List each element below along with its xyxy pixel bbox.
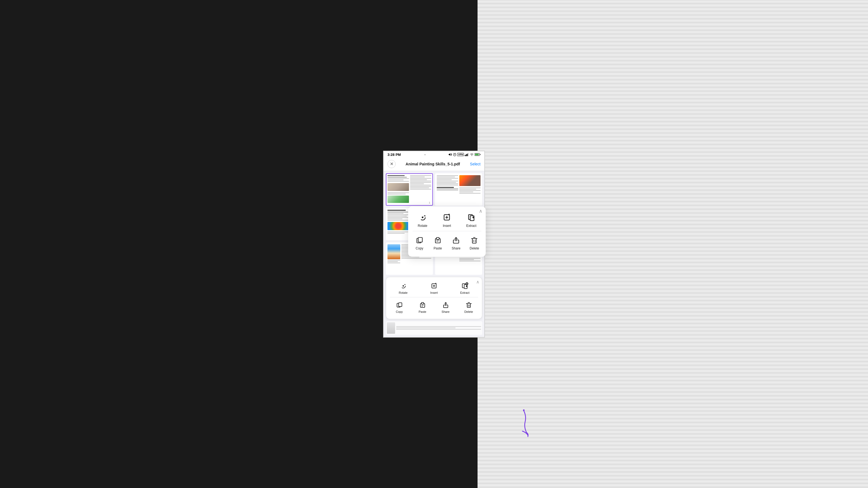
lower-rotate-label: Rotate xyxy=(399,291,407,294)
lower-paste-label: Paste xyxy=(418,310,426,313)
lower-menu-collapse[interactable]: ∧ xyxy=(476,280,479,284)
svg-marker-0 xyxy=(449,153,450,156)
upper-rotate-item[interactable]: Rotate xyxy=(413,210,432,230)
vpn-icon: VPN xyxy=(457,153,464,156)
lower-copy-item[interactable]: Copy xyxy=(392,299,407,315)
alarm-icon xyxy=(453,153,456,156)
upper-menu-row1: Rotate Insert xyxy=(410,210,484,230)
svg-rect-7 xyxy=(466,154,467,156)
sound-icon xyxy=(448,153,452,156)
nav-title: Animal Painting Skills_5-1.pdf xyxy=(398,162,468,166)
lower-extract-label: Extract xyxy=(460,291,469,294)
share-icon xyxy=(452,235,461,245)
lower-copy-label: Copy xyxy=(396,310,403,313)
rotate-label: Rotate xyxy=(418,224,427,228)
upper-extract-item[interactable]: Extract xyxy=(462,210,481,230)
pdf-grid: 1 xyxy=(384,171,484,277)
lower-insert-item[interactable]: Insert xyxy=(425,281,443,296)
upper-delete-item[interactable]: Delete xyxy=(467,233,482,253)
insert-label: Insert xyxy=(443,224,451,228)
svg-rect-6 xyxy=(465,155,466,156)
svg-rect-11 xyxy=(480,154,480,155)
copy-label: Copy xyxy=(416,247,424,250)
lower-rotate-icon xyxy=(399,282,407,290)
status-time: 3:28 PM xyxy=(388,153,401,157)
copy-icon xyxy=(415,235,424,245)
svg-rect-50 xyxy=(422,302,424,304)
delete-label: Delete xyxy=(470,247,479,250)
upper-action-menu: ∧ Rotate xyxy=(408,206,486,257)
lower-extract-item[interactable]: Extract xyxy=(455,281,474,296)
lower-paste-icon xyxy=(419,301,426,309)
phone-device: 3:28 PM • VPN xyxy=(384,151,484,337)
lower-copy-icon xyxy=(396,301,403,309)
upper-copy-item[interactable]: Copy xyxy=(412,233,427,253)
upper-paste-item[interactable]: Paste xyxy=(430,233,445,253)
svg-rect-8 xyxy=(467,154,468,156)
paste-icon xyxy=(433,235,442,245)
lower-delete-label: Delete xyxy=(464,310,473,313)
nav-bar: ✕ Animal Painting Skills_5-1.pdf Select xyxy=(384,158,484,171)
lower-insert-label: Insert xyxy=(430,291,438,294)
upper-menu-row2: Copy Paste xyxy=(410,233,484,253)
svg-point-35 xyxy=(402,285,404,286)
rotate-icon xyxy=(418,213,428,222)
lower-delete-item[interactable]: Delete xyxy=(461,299,476,315)
upper-insert-item[interactable]: Insert xyxy=(437,210,456,230)
svg-rect-29 xyxy=(472,238,476,243)
page-number-1: 1 xyxy=(428,201,431,204)
lower-action-menu: ∧ Rotate xyxy=(386,277,482,319)
status-bar: 3:28 PM • VPN xyxy=(384,151,484,158)
lower-share-label: Share xyxy=(442,310,450,313)
svg-rect-9 xyxy=(468,153,469,156)
pdf-page-2[interactable] xyxy=(435,173,482,206)
upper-share-item[interactable]: Share xyxy=(449,233,464,253)
share-label: Share xyxy=(452,247,460,250)
lower-section: ∧ Rotate xyxy=(384,277,484,337)
signal-icon xyxy=(465,153,469,156)
svg-point-14 xyxy=(422,217,424,218)
extract-icon xyxy=(466,213,476,222)
wifi-icon xyxy=(470,153,474,156)
svg-line-4 xyxy=(454,153,454,154)
lower-menu-row1: Rotate xyxy=(388,281,480,296)
status-icons: VPN xyxy=(448,153,480,156)
svg-rect-12 xyxy=(475,154,479,155)
pdf-page-1[interactable]: 1 xyxy=(386,173,433,206)
close-button[interactable]: ✕ xyxy=(388,160,396,168)
pdf-page-bottom-partial xyxy=(386,321,482,335)
lower-paste-item[interactable]: Paste xyxy=(415,299,430,315)
svg-rect-24 xyxy=(436,237,439,239)
svg-rect-55 xyxy=(467,303,470,307)
lower-extract-icon xyxy=(461,282,469,290)
lower-rotate-item[interactable]: Rotate xyxy=(394,281,413,296)
upper-menu-collapse[interactable]: ∧ xyxy=(479,209,483,214)
status-dot: • xyxy=(425,154,425,156)
lower-menu-row2: Copy Paste xyxy=(388,299,480,315)
lower-delete-icon xyxy=(465,301,473,309)
insert-icon xyxy=(442,213,452,222)
lower-share-icon xyxy=(442,301,450,309)
lower-share-item[interactable]: Share xyxy=(438,299,453,315)
lower-insert-icon xyxy=(430,282,438,290)
svg-rect-48 xyxy=(399,303,402,306)
extract-label: Extract xyxy=(466,224,476,228)
svg-rect-22 xyxy=(418,237,422,242)
paste-label: Paste xyxy=(434,247,442,250)
svg-rect-19 xyxy=(470,216,474,221)
select-button[interactable]: Select xyxy=(470,162,480,166)
delete-icon xyxy=(470,235,479,245)
battery-icon xyxy=(474,153,480,156)
svg-line-5 xyxy=(455,153,456,154)
